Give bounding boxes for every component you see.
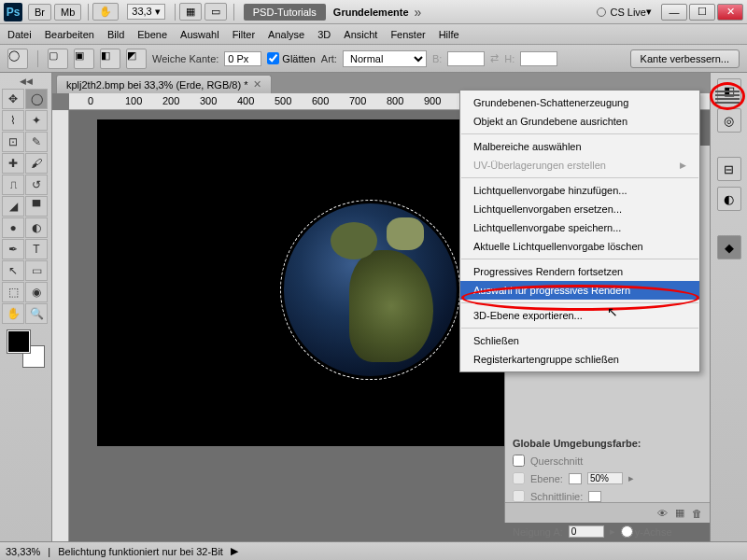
menu-ansicht[interactable]: Ansicht [344,29,377,40]
hand-tool-icon[interactable]: ✋ [92,3,119,21]
marquee-tool[interactable]: ◯ [25,89,48,109]
heal-tool[interactable]: ✚ [2,153,24,174]
layers-panel-icon[interactable]: ◆ [717,235,741,259]
hand-tool[interactable]: ✋ [2,303,24,324]
panel-flyout-menu: Grundebenen-SchattenerzeugungObjekt an G… [459,90,700,372]
workspace-psd-tutorials[interactable]: PSD-Tutorials [244,4,326,21]
menu-item[interactable]: Grundebenen-Schattenerzeugung [460,93,699,112]
wand-tool[interactable]: ✦ [25,110,48,131]
maximize-button[interactable]: ☐ [689,4,715,21]
eyedropper-tool[interactable]: ✎ [25,132,48,152]
brush-tool[interactable]: 🖌 [25,153,48,174]
status-zoom[interactable]: 33,33% [6,546,40,557]
plane-opacity-input[interactable] [587,472,623,484]
foreground-color[interactable] [7,330,30,353]
shape-tool[interactable]: ▭ [25,260,48,281]
antialias-checkbox[interactable]: Glätten [267,52,315,64]
close-tab-icon[interactable]: ✕ [253,78,261,91]
color-swatches[interactable] [7,330,45,368]
panel-footer: 👁 ▦ 🗑 [505,502,710,523]
selection-new-icon[interactable]: ▢ [48,49,68,69]
status-divider: | [48,546,50,557]
type-tool[interactable]: T [25,239,48,259]
workspace-grundelemente[interactable]: Grundelemente [333,7,409,18]
gradient-tool[interactable]: ▀ [25,196,48,217]
panel-menu-button[interactable] [715,90,740,105]
feather-label: Weiche Kante: [152,53,218,64]
cs-live[interactable]: CS Live ▾ [597,6,652,18]
y-axis-radio[interactable] [621,525,633,538]
toggle-lights-icon[interactable]: 👁 [657,508,668,519]
swatches-panel-icon[interactable]: ◎ [717,108,741,133]
adjustments-panel-icon[interactable]: ⊟ [717,157,741,181]
delete-icon[interactable]: 🗑 [692,508,702,519]
menu-datei[interactable]: Datei [7,29,32,40]
menu-item[interactable]: Aktuelle Lichtquellenvorgabe löschen [460,237,699,256]
lasso-tool[interactable]: ⌇ [2,110,24,131]
selection-intersect-icon[interactable]: ◩ [126,49,147,69]
zoom-tool[interactable]: 🔍 [25,303,48,324]
cross-section-checkbox[interactable] [513,455,525,467]
stamp-tool[interactable]: ⎍ [2,175,24,195]
selection-subtract-icon[interactable]: ◧ [100,49,120,69]
new-light-icon[interactable]: ▦ [675,507,684,519]
menu-item[interactable]: Auswahl für progressives Rendern [460,281,699,300]
minibridge-button[interactable]: Mb [54,4,81,21]
bridge-button[interactable]: Br [28,4,51,21]
3d-tool[interactable]: ⬚ [2,282,24,302]
intersection-checkbox [513,490,525,502]
swap-icon: ⇄ [490,52,499,64]
zoom-select[interactable]: 33,3 ▾ [127,4,164,20]
menu-fenster[interactable]: Fenster [390,29,425,40]
close-button[interactable]: ✕ [717,4,743,21]
selection-marquee [280,200,460,380]
cursor-icon: ↖ [607,304,618,319]
global-ambient-label: Globale Umgebungsfarbe: [505,435,710,452]
menu-item[interactable]: Schließen [460,331,699,350]
screen-mode-icon[interactable]: ▭ [204,3,227,21]
collapse-icon[interactable]: ◀◀ [2,77,49,88]
move-tool[interactable]: ✥ [2,89,24,109]
menu-ebene[interactable]: Ebene [137,29,167,40]
blur-tool[interactable]: ● [2,217,24,238]
menu-hilfe[interactable]: Hilfe [439,29,459,40]
style-label: Art: [321,53,337,64]
selection-add-icon[interactable]: ▣ [74,49,94,69]
width-label: B: [432,53,442,64]
menu-3d[interactable]: 3D [317,29,331,40]
crop-tool[interactable]: ⊡ [2,132,24,152]
history-brush-tool[interactable]: ↺ [25,175,48,195]
menu-item[interactable]: Lichtquellenvorgabe hinzufügen... [460,181,699,200]
document-tab[interactable]: kplj2th2.bmp bei 33,3% (Erde, RGB/8) *✕ [56,75,272,93]
status-message: Belichtung funktioniert nur bei 32-Bit [58,546,223,557]
menu-item[interactable]: Lichtquellenvorgabe speichern... [460,218,699,237]
minimize-button[interactable]: — [661,4,687,21]
refine-edge-button[interactable]: Kante verbessern... [630,49,740,68]
workspace-more-icon[interactable]: » [415,5,422,20]
menu-item[interactable]: Registerkartengruppe schließen [460,350,699,369]
menu-item[interactable]: Progressives Rendern fortsetzen [460,262,699,281]
menu-bearbeiten[interactable]: Bearbeiten [45,29,94,40]
menu-item[interactable]: Objekt an Grundebene ausrichten [460,112,699,131]
pen-tool[interactable]: ✒ [2,239,24,259]
arrange-icon[interactable]: ▦ [179,3,202,21]
menu-analyse[interactable]: Analyse [268,29,304,40]
menu-bild[interactable]: Bild [107,29,124,40]
eraser-tool[interactable]: ◢ [2,196,24,217]
menu-item[interactable]: Lichtquellenvorgaben ersetzen... [460,200,699,218]
dodge-tool[interactable]: ◐ [25,217,48,238]
menu-filter[interactable]: Filter [233,29,255,40]
feather-input[interactable] [224,51,261,66]
menu-auswahl[interactable]: Auswahl [180,29,219,40]
height-label: H: [504,53,514,64]
tilt-a-input[interactable] [569,525,604,538]
3d-camera-tool[interactable]: ◉ [25,282,48,302]
style-select[interactable]: Normal [343,50,427,67]
status-arrow-icon[interactable]: ▶ [231,545,238,557]
path-tool[interactable]: ↖ [2,260,24,281]
menu-item[interactable]: Malbereiche auswählen [460,137,699,156]
menu-item[interactable]: 3D-Ebene exportieren... [460,306,699,325]
masks-panel-icon[interactable]: ◐ [717,187,741,211]
right-dock: ◧ ◎ ⊟ ◐ ◆ [710,73,747,541]
marquee-tool-icon[interactable]: ◯ [7,49,28,69]
